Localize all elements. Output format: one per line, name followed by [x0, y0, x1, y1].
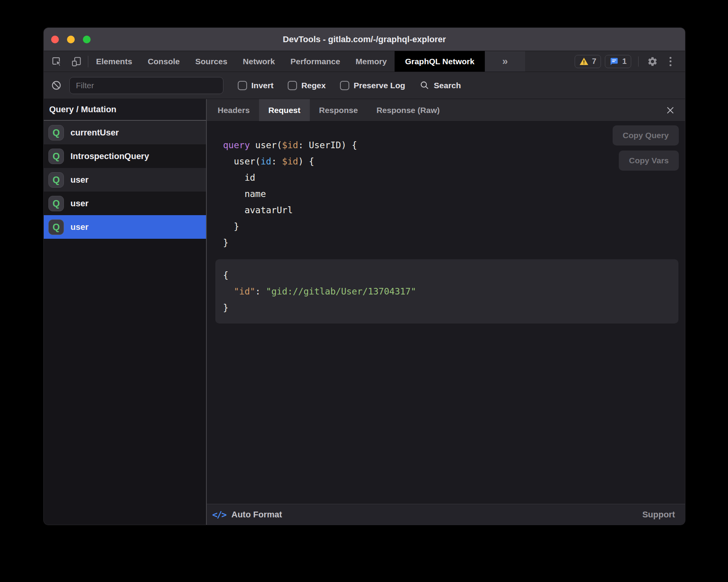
search-icon [420, 80, 429, 90]
code-line: avatarUrl [223, 202, 685, 218]
copy-vars-button[interactable]: Copy Vars [619, 151, 679, 171]
tab-elements[interactable]: Elements [88, 51, 140, 72]
list-item-label: user [70, 222, 88, 232]
list-item-introspectionquery[interactable]: Q IntrospectionQuery [44, 144, 206, 168]
kebab-menu-icon[interactable] [663, 55, 677, 68]
tab-response-raw[interactable]: Response (Raw) [367, 99, 449, 121]
code-format-icon: </> [212, 510, 226, 520]
clear-filter-icon[interactable] [49, 79, 63, 92]
query-list-panel: Query / Mutation Q currentUser Q Introsp… [44, 99, 207, 525]
message-icon [610, 57, 619, 66]
code-line: } [223, 218, 685, 235]
settings-gear-icon[interactable] [646, 55, 659, 68]
search-label: Search [434, 81, 461, 90]
tab-response[interactable]: Response [310, 99, 367, 121]
list-item-user-2[interactable]: Q user [44, 192, 206, 215]
tab-sources[interactable]: Sources [187, 51, 235, 72]
list-item-label: IntrospectionQuery [70, 151, 149, 161]
issues-badge[interactable]: 1 [605, 55, 631, 68]
warning-icon [579, 57, 589, 66]
close-icon [666, 106, 675, 115]
code-line: } [223, 235, 685, 251]
issue-count: 1 [622, 57, 627, 66]
devtools-window: DevTools - gitlab.com/-/graphql-explorer… [44, 28, 685, 525]
vars-line: "id": "gid://gitlab/User/13704317" [223, 283, 671, 300]
tab-request[interactable]: Request [259, 99, 310, 121]
detail-tabs: Headers Request Response Response (Raw) [207, 99, 685, 122]
device-toolbar-icon[interactable] [69, 55, 83, 68]
tab-network[interactable]: Network [235, 51, 283, 72]
search-button[interactable]: Search [420, 80, 461, 90]
filter-bar: Invert Regex Preserve Log Search [44, 72, 685, 99]
copy-query-button[interactable]: Copy Query [613, 125, 679, 146]
tab-headers[interactable]: Headers [208, 99, 259, 121]
list-item-label: user [70, 175, 88, 185]
tab-console[interactable]: Console [140, 51, 187, 72]
regex-checkbox[interactable] [288, 81, 297, 90]
query-type-badge: Q [48, 172, 64, 188]
vars-line: } [223, 300, 671, 316]
auto-format-button[interactable]: Auto Format [232, 510, 282, 520]
list-item-label: currentUser [70, 128, 119, 138]
title-bar: DevTools - gitlab.com/-/graphql-explorer [44, 28, 685, 51]
vars-line: { [223, 267, 671, 283]
warning-count: 7 [592, 57, 596, 66]
window-title: DevTools - gitlab.com/-/graphql-explorer [44, 34, 685, 45]
code-line: name [223, 186, 685, 202]
query-type-badge: Q [48, 149, 64, 164]
query-variables-box: { "id": "gid://gitlab/User/13704317" } [215, 259, 678, 324]
list-item-currentuser[interactable]: Q currentUser [44, 121, 206, 144]
tab-performance[interactable]: Performance [283, 51, 348, 72]
detail-panel: Headers Request Response Response (Raw) … [207, 99, 685, 525]
panel-footer: </> Auto Format Support [207, 504, 685, 525]
preserve-log-checkbox[interactable] [340, 81, 349, 90]
query-type-badge: Q [48, 125, 64, 140]
more-tabs-button[interactable]: » [485, 51, 525, 72]
close-panel-button[interactable] [663, 99, 678, 121]
list-item-label: user [70, 199, 88, 209]
badges-divider [638, 56, 639, 67]
inspect-element-icon[interactable] [50, 55, 64, 68]
tab-memory[interactable]: Memory [348, 51, 395, 72]
devtools-toolbar: Elements Console Sources Network Perform… [44, 51, 685, 72]
preserve-log-label: Preserve Log [354, 81, 405, 90]
request-content: Copy Query Copy Vars query user($id: Use… [207, 122, 685, 504]
list-item-user-1[interactable]: Q user [44, 168, 206, 192]
warnings-badge[interactable]: 7 [575, 55, 601, 68]
query-type-badge: Q [48, 196, 64, 211]
regex-label: Regex [301, 81, 326, 90]
query-type-badge: Q [48, 219, 64, 235]
tab-graphql-network[interactable]: GraphQL Network [395, 51, 485, 72]
code-line: id [223, 169, 685, 186]
support-link[interactable]: Support [642, 510, 675, 520]
query-list-header: Query / Mutation [44, 99, 206, 121]
list-item-user-3-selected[interactable]: Q user [44, 215, 206, 239]
filter-input[interactable] [69, 77, 223, 94]
invert-checkbox[interactable] [238, 81, 247, 90]
invert-label: Invert [251, 81, 273, 90]
